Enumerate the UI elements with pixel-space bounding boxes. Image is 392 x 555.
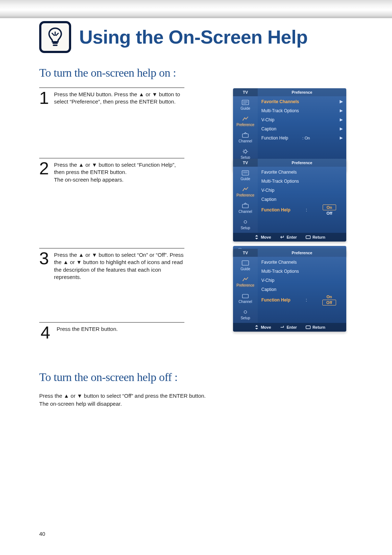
osd-row-fav: Favorite Channels [261,260,297,265]
sidebar-item-preference: Preference [237,283,254,287]
guide-icon [241,260,249,266]
sidebar-item-guide: Guide [241,177,250,181]
lightbulb-icon [44,26,66,48]
osd-foot-move: Move [261,325,271,329]
preference-icon [241,186,249,193]
osd-foot-move: Move [261,235,271,239]
page-number: 40 [39,531,45,537]
osd-header-breadcrumb: Preference [258,159,346,167]
setup-icon [241,219,249,225]
osd-row-caption: Caption [261,287,276,292]
step-number: 1 [39,91,49,105]
osd-sidebar: Guide Preference Channel Setup [233,96,258,162]
osd-screenshot-2: TV Preference Guide Preference Channel S… [233,159,346,242]
lightbulb-tile-icon [39,21,71,53]
section-title-off: To turn the on-screen help off : [39,370,353,384]
guide-icon [241,170,249,176]
step-1: 1 Press the MENU button. Press the ▲ or … [39,88,184,106]
step-3: 3 Press the ▲ or ▼ button to select “On”… [39,248,184,281]
brushed-metal-bar [0,0,392,18]
page-title: Using the On-Screen Help [79,26,307,48]
svg-point-22 [244,311,246,313]
chevron-right-icon: ▶ [340,99,343,104]
channel-icon [241,292,249,299]
osd-header-tv: TV [233,159,258,167]
svg-line-4 [56,33,59,36]
chevron-right-icon: ▶ [340,126,343,131]
enter-icon [280,325,285,329]
osd-screenshot-3: TV Preference Guide Preference Channel S… [233,249,346,332]
osd-row-vchip: V-Chip [261,188,274,193]
sidebar-item-preference: Preference [237,193,254,197]
osd-foot-enter: Enter [287,235,297,239]
sidebar-item-setup: Setup [241,316,250,320]
osd-row-func: Function Help [261,135,288,141]
osd-header-tv: TV [233,249,258,257]
sidebar-item-preference: Preference [237,123,254,127]
return-icon [306,325,311,329]
osd-row-multi: Multi-Track Options [261,108,299,113]
osd-value-on: : On [302,136,326,140]
osd-row-multi: Multi-Track Options [261,269,299,274]
chevron-right-icon: ▶ [340,108,343,113]
sidebar-item-channel: Channel [238,210,252,214]
section-title-on: To turn the on-screen help on : [39,66,353,80]
osd-row-multi: Multi-Track Options [261,179,299,184]
osd-row-func: Function Help [261,297,290,303]
channel-icon [241,132,249,138]
step-number: 3 [39,251,49,266]
svg-rect-1 [53,45,57,46]
svg-rect-19 [306,236,310,239]
osd-foot-return: Return [313,235,325,239]
guide-icon [241,99,249,106]
chevron-right-icon: ▶ [340,117,343,122]
option-on: On [326,295,332,299]
sidebar-item-guide: Guide [241,106,250,110]
sidebar-item-guide: Guide [241,267,250,271]
channel-icon [241,202,249,209]
svg-rect-23 [306,326,310,329]
osd-row-fav: Favorite Channels [261,99,299,104]
svg-rect-0 [53,42,58,44]
svg-rect-9 [242,134,249,137]
step-text: Press the ▲ or ▼ button to select “Funct… [54,161,184,183]
osd-sidebar: Guide Preference Channel Setup [233,167,258,233]
svg-point-18 [244,220,246,223]
svg-line-3 [52,33,55,36]
updown-icon [254,235,259,239]
step-number: 2 [39,161,49,176]
option-off-selected: Off [322,300,336,305]
sidebar-item-setup: Setup [241,226,250,230]
off-instruction-text: Press the ▲ or ▼ button to select “Off” … [39,392,301,408]
svg-rect-20 [242,261,249,266]
osd-row-caption: Caption [261,126,276,131]
step-text: Press the MENU button. Press the ▲ or ▼ … [54,91,184,106]
updown-icon [254,325,259,329]
osd-row-caption: Caption [261,197,276,202]
osd-foot-enter: Enter [287,325,297,329]
osd-header-tv: TV [233,88,258,96]
return-icon [306,235,311,239]
osd-header-breadcrumb: Preference [258,249,346,257]
page-title-row: Using the On-Screen Help [39,21,353,53]
enter-icon [280,235,285,239]
osd-sidebar: Guide Preference Channel Setup [233,257,258,323]
preference-icon [241,116,249,122]
step-number: 4 [39,325,52,340]
sidebar-item-channel: Channel [238,139,252,143]
step-text: Press the ENTER button. [57,325,118,333]
sidebar-item-channel: Channel [238,300,252,304]
osd-row-vchip: V-Chip [261,278,274,283]
step-2: 2 Press the ▲ or ▼ button to select “Fun… [39,158,184,183]
step-text: Press the ▲ or ▼ button to select “On” o… [54,251,184,281]
option-off: Off [326,211,332,215]
osd-header-breadcrumb: Preference [258,88,346,96]
svg-rect-21 [242,294,249,298]
chevron-right-icon: ▶ [340,135,343,140]
option-on-selected: On [323,204,336,210]
osd-row-vchip: V-Chip [261,117,274,122]
osd-row-fav: Favorite Channels [261,170,297,175]
preference-icon [241,276,249,283]
osd-foot-return: Return [313,325,325,329]
setup-icon [241,309,249,315]
